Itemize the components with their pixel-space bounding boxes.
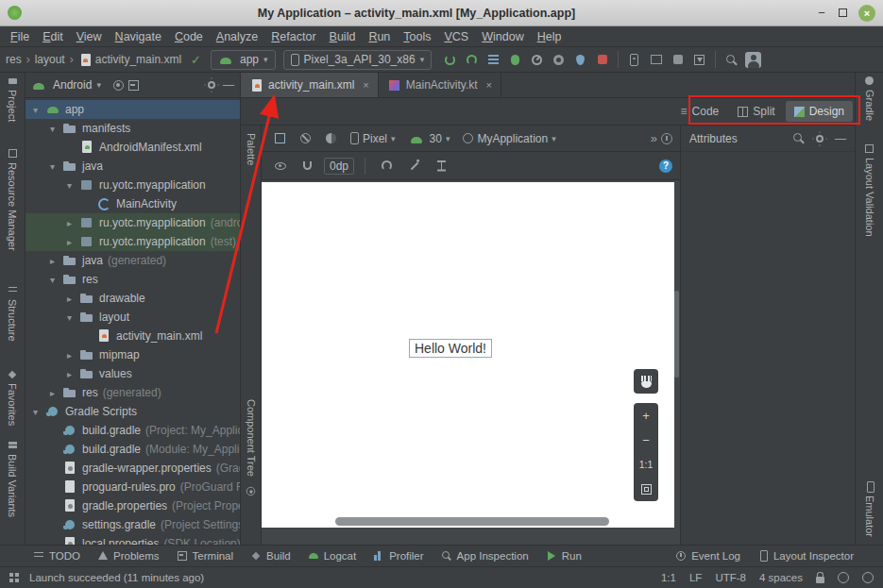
- expand-arrow-icon[interactable]: ▸: [67, 369, 79, 379]
- tree-item[interactable]: ▸ values: [25, 364, 240, 383]
- tree-item[interactable]: MainActivity: [25, 194, 240, 213]
- breadcrumb-item[interactable]: › res: [6, 53, 22, 66]
- tree-item[interactable]: ▾ java: [25, 157, 240, 176]
- tree-item[interactable]: ▾ layout: [25, 308, 240, 327]
- expand-arrow-icon[interactable]: ▸: [67, 218, 79, 228]
- menu-item[interactable]: Refactor: [264, 28, 322, 45]
- palette-tab[interactable]: Palette: [246, 133, 257, 165]
- collapse-all-icon[interactable]: [128, 80, 139, 91]
- run-configurations-button[interactable]: [483, 49, 504, 70]
- zoom-ratio-button[interactable]: 1:1: [634, 452, 658, 477]
- tree-item[interactable]: local.properties (SDK Location): [25, 534, 240, 545]
- tool-window-button[interactable]: Logcat: [299, 546, 365, 566]
- tree-item[interactable]: gradle.properties (Project Properties): [25, 496, 240, 515]
- tool-stripe-button[interactable]: Layout Validation: [864, 143, 875, 237]
- sdk-manager-button[interactable]: [688, 49, 710, 70]
- close-icon[interactable]: ×: [486, 79, 492, 91]
- tool-window-button[interactable]: Build: [242, 546, 299, 566]
- expand-arrow-icon[interactable]: ▸: [50, 388, 62, 398]
- breadcrumb-item[interactable]: › activity_main.xml: [65, 53, 181, 66]
- mode-split-button[interactable]: Split: [729, 101, 783, 122]
- tree-item[interactable]: AndroidManifest.xml: [25, 138, 240, 157]
- device-manager-button[interactable]: [623, 49, 645, 70]
- avd-manager-button[interactable]: [667, 49, 688, 70]
- tool-windows-quick-access-icon[interactable]: [9, 573, 20, 583]
- clear-constraints-button[interactable]: [295, 128, 316, 149]
- maximize-button[interactable]: [832, 4, 853, 23]
- clear-all-constraints-button[interactable]: [376, 156, 398, 176]
- tree-item[interactable]: ▸ res (generated): [25, 383, 240, 402]
- help-icon[interactable]: ?: [659, 160, 672, 173]
- profile-avatar-button[interactable]: [742, 49, 764, 70]
- status-zoom[interactable]: 1:1: [661, 572, 676, 583]
- tree-item[interactable]: ▾ ru.yotc.myapplication: [25, 176, 240, 194]
- search-icon[interactable]: [792, 132, 805, 144]
- tree-item[interactable]: ▸ mipmap: [25, 345, 240, 364]
- tool-window-button[interactable]: TODO: [25, 546, 89, 566]
- tree-item[interactable]: activity_main.xml: [25, 327, 240, 345]
- tool-window-button[interactable]: Profiler: [365, 546, 432, 566]
- device-select[interactable]: Pixel_3a_API_30_x86 ▾: [283, 50, 433, 70]
- tab-mainactivity-kt[interactable]: MainActivity.kt ×: [379, 73, 501, 97]
- tree-item[interactable]: ▸ drawable: [25, 289, 240, 308]
- overflow-chevrons-icon[interactable]: »: [651, 131, 657, 145]
- theme-dropdown[interactable]: MyApplication ▾: [458, 132, 560, 145]
- expand-arrow-icon[interactable]: ▾: [33, 407, 45, 417]
- feedback-smiley-icon[interactable]: [862, 572, 874, 583]
- issue-panel-icon[interactable]: [661, 133, 672, 144]
- expand-arrow-icon[interactable]: ▾: [33, 105, 45, 115]
- menu-item[interactable]: Edit: [36, 28, 70, 45]
- device-dropdown[interactable]: Pixel ▾: [346, 132, 400, 145]
- read-only-lock-icon[interactable]: [816, 577, 824, 583]
- sync-project-button[interactable]: [645, 49, 667, 70]
- chevron-down-icon[interactable]: ▾: [96, 80, 101, 90]
- breadcrumb-item[interactable]: › layout: [22, 53, 65, 66]
- project-view-selector[interactable]: Android: [53, 78, 92, 92]
- close-icon[interactable]: ×: [363, 79, 368, 91]
- tool-stripe-button[interactable]: Project: [7, 76, 18, 122]
- status-line-separator[interactable]: LF: [689, 572, 702, 583]
- tool-window-button[interactable]: Event Log: [667, 550, 749, 562]
- pack-controls-button[interactable]: [431, 156, 452, 176]
- tab-activity-main-xml[interactable]: activity_main.xml ×: [241, 73, 379, 97]
- tree-item[interactable]: ▸ ru.yotc.myapplication (androidTest): [25, 213, 240, 232]
- coverage-button[interactable]: [548, 49, 569, 70]
- default-margin-dropdown[interactable]: 0dp: [324, 158, 354, 175]
- run-button[interactable]: [439, 49, 461, 70]
- tree-item[interactable]: settings.gradle (Project Settings): [25, 515, 240, 534]
- search-everywhere-button[interactable]: [721, 49, 742, 70]
- menu-item[interactable]: Navigate: [109, 28, 168, 45]
- gear-icon[interactable]: [208, 81, 215, 89]
- menu-item[interactable]: Tools: [397, 28, 437, 45]
- profile-button[interactable]: [526, 49, 548, 70]
- vertical-scrollbar[interactable]: [674, 291, 679, 378]
- menu-item[interactable]: VCS: [438, 28, 476, 45]
- design-surface-button[interactable]: [269, 128, 291, 149]
- status-indent[interactable]: 4 spaces: [759, 572, 803, 583]
- notifications-icon[interactable]: [838, 572, 849, 583]
- mode-code-button[interactable]: ≡ Code: [672, 101, 728, 122]
- locate-file-icon[interactable]: [113, 80, 124, 91]
- textview-hello-world[interactable]: Hello World!: [409, 339, 492, 358]
- debug-button[interactable]: [504, 49, 526, 70]
- expand-arrow-icon[interactable]: ▸: [50, 256, 62, 266]
- tree-item[interactable]: proguard-rules.pro (ProGuard Rules for M…: [25, 478, 240, 496]
- hide-panel-button[interactable]: —: [223, 78, 234, 92]
- hide-panel-button[interactable]: —: [835, 132, 846, 145]
- tool-window-button[interactable]: App Inspection: [433, 546, 537, 566]
- tree-item[interactable]: ▾ app: [25, 100, 240, 119]
- run-config-select[interactable]: app ▾: [211, 50, 276, 70]
- tree-item[interactable]: ▾ res: [25, 270, 240, 289]
- menu-item[interactable]: Window: [475, 28, 530, 45]
- zoom-out-button[interactable]: −: [634, 428, 658, 452]
- autoconnect-button[interactable]: [297, 156, 318, 176]
- minimize-button[interactable]: −: [811, 4, 832, 23]
- view-options-button[interactable]: [269, 156, 291, 176]
- expand-arrow-icon[interactable]: ▾: [67, 180, 79, 191]
- apply-changes-button[interactable]: [461, 49, 483, 70]
- expand-arrow-icon[interactable]: ▸: [67, 350, 79, 361]
- infer-constraints-button[interactable]: [403, 156, 425, 176]
- menu-item[interactable]: File: [4, 28, 36, 45]
- night-mode-button[interactable]: [320, 128, 342, 149]
- pan-tool-button[interactable]: [634, 369, 658, 394]
